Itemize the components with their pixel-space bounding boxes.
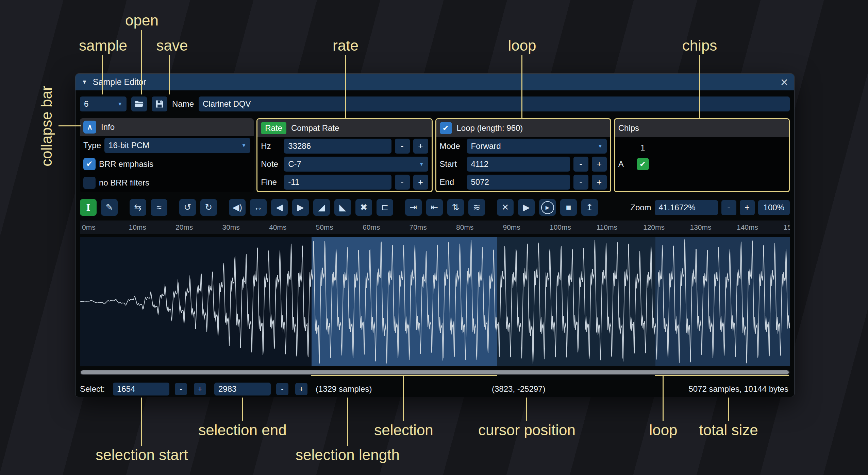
loop-end-increment-button[interactable]: + bbox=[592, 175, 607, 190]
waveform-scrollbar[interactable] bbox=[80, 370, 790, 375]
loop-start-input[interactable]: 4112 bbox=[467, 157, 570, 172]
note-value: C-7 bbox=[288, 159, 301, 169]
hz-input[interactable]: 33286 bbox=[284, 139, 391, 154]
redo-icon[interactable]: ↻ bbox=[200, 199, 217, 216]
chips-panel-header: Chips bbox=[615, 119, 789, 137]
zoom-reset-button[interactable]: 100% bbox=[758, 200, 790, 215]
timeline-label: 50ms bbox=[316, 223, 333, 231]
chip-enable-checkbox[interactable]: ✔ bbox=[637, 158, 649, 170]
annotation-total-size: total size bbox=[699, 422, 758, 439]
loop-enable-checkbox[interactable]: ✔ bbox=[440, 122, 452, 134]
zoom-out-button[interactable]: - bbox=[721, 200, 736, 215]
close-icon[interactable]: × bbox=[781, 76, 788, 89]
waveform-canvas[interactable] bbox=[80, 237, 790, 366]
insert-silence-icon[interactable]: ⇥ bbox=[405, 199, 422, 216]
trim-icon[interactable]: ⊏ bbox=[377, 199, 393, 216]
loop-start-label: Start bbox=[440, 159, 464, 169]
zoom-in-button[interactable]: + bbox=[740, 200, 755, 215]
fine-increment-button[interactable]: + bbox=[413, 175, 428, 190]
hz-decrement-button[interactable]: - bbox=[395, 139, 410, 154]
annotation-selection: selection bbox=[374, 422, 433, 439]
hz-row: Hz 33286 - + bbox=[257, 137, 431, 155]
brr-emphasis-checkbox[interactable]: ✔ bbox=[83, 158, 96, 170]
note-select[interactable]: C-7 ▼ bbox=[284, 157, 428, 172]
loop-panel-header: ✔ Loop (length: 960) bbox=[436, 119, 610, 137]
filter-icon[interactable]: ≋ bbox=[468, 199, 485, 216]
preview-icon[interactable]: ▶ bbox=[518, 199, 535, 216]
rate-panel-header: Rate Compat Rate bbox=[257, 119, 431, 137]
crossfade-icon[interactable]: ✕ bbox=[497, 199, 514, 216]
save-button[interactable] bbox=[152, 96, 167, 111]
timeline-label: 20ms bbox=[176, 223, 193, 231]
waveform-display[interactable] bbox=[80, 237, 790, 366]
chevron-up-icon: ∧ bbox=[87, 123, 93, 131]
loop-mode-label: Mode bbox=[440, 141, 464, 151]
annotation-bracket-selection bbox=[311, 375, 497, 376]
zoom-input[interactable]: 41.1672% bbox=[655, 200, 718, 215]
selection-end-input[interactable]: 2983 bbox=[214, 383, 271, 395]
delete-icon[interactable]: ✖ bbox=[355, 199, 372, 216]
timeline-ruler: 0ms10ms20ms30ms40ms50ms60ms70ms80ms90ms1… bbox=[80, 221, 790, 234]
loop-start-decrement-button[interactable]: - bbox=[573, 157, 588, 172]
amplify-icon[interactable]: ◀) bbox=[229, 199, 246, 216]
collapse-bar-button[interactable]: ∧ bbox=[83, 121, 96, 134]
fine-input[interactable]: -11 bbox=[284, 175, 391, 190]
loop-end-decrement-button[interactable]: - bbox=[573, 175, 588, 190]
annotation-selection-end: selection end bbox=[198, 422, 286, 439]
sample-editor-window: ▼ Sample Editor × 6 ▼ bbox=[75, 73, 795, 397]
chips-panel-title: Chips bbox=[618, 123, 639, 133]
scrollbar-thumb[interactable] bbox=[81, 370, 789, 374]
sample-type-value: 16-bit PCM bbox=[108, 141, 149, 150]
loop-end-input[interactable]: 5072 bbox=[467, 175, 570, 190]
create-wavetable-icon[interactable]: ≈ bbox=[151, 199, 167, 216]
export-icon[interactable]: ↥ bbox=[581, 199, 598, 216]
stop-preview-icon[interactable]: ■ bbox=[560, 199, 577, 216]
select-mode-icon[interactable]: I bbox=[80, 199, 97, 216]
annotation-selection-length: selection length bbox=[296, 446, 400, 463]
annotation-line-selection-start bbox=[141, 398, 142, 446]
annotation-sample: sample bbox=[79, 37, 127, 54]
fade-out-icon[interactable]: ◣ bbox=[334, 199, 351, 216]
selection-start-input[interactable]: 1654 bbox=[113, 383, 169, 395]
annotation-line-selection-end bbox=[242, 398, 243, 421]
selection-length-text: (1329 samples) bbox=[316, 384, 372, 394]
selection-end-increment-button[interactable]: + bbox=[295, 383, 307, 395]
rate-panel-title: Compat Rate bbox=[291, 123, 339, 133]
sample-index-select[interactable]: 6 ▼ bbox=[80, 96, 127, 111]
apply-silence-icon[interactable]: ⇤ bbox=[426, 199, 443, 216]
open-button[interactable] bbox=[131, 96, 147, 111]
fade-in-icon[interactable]: ◢ bbox=[313, 199, 330, 216]
timeline-label: 130ms bbox=[690, 223, 712, 231]
draw-mode-icon[interactable]: ✎ bbox=[101, 199, 118, 216]
selection-end-decrement-button[interactable]: - bbox=[276, 383, 288, 395]
no-brr-filters-checkbox[interactable] bbox=[83, 177, 96, 189]
loop-mode-select[interactable]: Forward ▼ bbox=[467, 139, 607, 154]
rate-badge: Rate bbox=[261, 122, 286, 134]
undo-icon[interactable]: ↺ bbox=[179, 199, 196, 216]
hz-increment-button[interactable]: + bbox=[413, 139, 428, 154]
window-titlebar[interactable]: ▼ Sample Editor × bbox=[76, 74, 794, 90]
timeline-label: 40ms bbox=[269, 223, 286, 231]
annotation-rate: rate bbox=[333, 37, 358, 54]
normalize-icon[interactable]: ↔ bbox=[250, 199, 267, 216]
chevron-down-icon: ▼ bbox=[594, 143, 603, 149]
preview-loop-icon[interactable]: ▶ bbox=[539, 199, 556, 216]
invert-icon[interactable]: ▶ bbox=[292, 199, 309, 216]
rate-panel: Rate Compat Rate Hz 33286 - + Note C-7 ▼ bbox=[256, 118, 432, 192]
brr-emphasis-label: BRR emphasis bbox=[99, 159, 153, 169]
loop-start-increment-button[interactable]: + bbox=[592, 157, 607, 172]
info-panel-header: ∧ Info bbox=[80, 118, 254, 136]
chip-row-label: A bbox=[618, 159, 633, 169]
fine-decrement-button[interactable]: - bbox=[395, 175, 410, 190]
name-input[interactable]: Clarinet DQV bbox=[199, 96, 790, 111]
timeline-label: 60ms bbox=[363, 223, 380, 231]
selection-start-increment-button[interactable]: + bbox=[194, 383, 206, 395]
mix-paste-icon[interactable]: ⇅ bbox=[447, 199, 464, 216]
sample-type-select[interactable]: 16-bit PCM ▼ bbox=[104, 138, 250, 153]
selection-start-decrement-button[interactable]: - bbox=[175, 383, 187, 395]
resample-icon[interactable]: ⇆ bbox=[130, 199, 146, 216]
annotation-open: open bbox=[125, 12, 158, 29]
window-collapse-icon[interactable]: ▼ bbox=[82, 79, 87, 86]
reverse-icon[interactable]: ◀ bbox=[271, 199, 288, 216]
annotation-loop: loop bbox=[508, 37, 536, 54]
